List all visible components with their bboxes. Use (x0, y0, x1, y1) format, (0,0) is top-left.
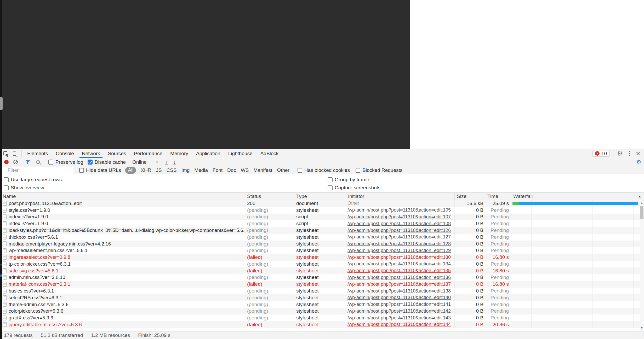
tab-network[interactable]: Network (78, 149, 104, 158)
table-row[interactable]: admin.min.css?ver=3.0.10(pending)stylesh… (0, 274, 644, 281)
disable-cache-checkbox[interactable] (88, 160, 93, 165)
sort-ascending-icon[interactable]: ▲ (638, 194, 641, 198)
column-header-time[interactable]: Time (485, 193, 511, 200)
filter-type-xhr[interactable]: XHR (141, 167, 151, 173)
file-icon (3, 302, 7, 307)
request-initiator[interactable]: /wp-admin/post.php?post=11310&action=edi… (347, 288, 451, 294)
request-name: basics.css?ver=6.3.1 (9, 288, 54, 294)
search-icon[interactable] (36, 160, 40, 164)
filter-funnel-icon[interactable] (25, 160, 30, 164)
close-devtools-icon[interactable]: × (636, 150, 640, 157)
scrollbar-thumb[interactable] (640, 206, 643, 219)
filter-type-css[interactable]: CSS (167, 167, 177, 173)
table-row[interactable]: index.js?ver=1.9.0(pending)script/wp-adm… (0, 214, 644, 220)
table-scrollbar[interactable]: ▲ ▼ (640, 200, 644, 331)
filter-type-media[interactable]: Media (194, 167, 208, 173)
table-row[interactable]: jquery.edittable.min.css?ver=5.3.6(faile… (0, 321, 644, 328)
filter-type-other[interactable]: Other (277, 167, 289, 173)
column-header-waterfall[interactable]: Waterfall ▲ (511, 193, 644, 200)
export-har-icon[interactable]: ↓ (173, 159, 176, 165)
table-row[interactable]: mediaelementplayer-legacy.min.css?ver=4.… (0, 241, 644, 247)
has-blocked-cookies-checkbox[interactable] (298, 168, 302, 173)
network-settings-gear-icon[interactable]: ⚙ (636, 159, 641, 165)
request-initiator[interactable]: /wp-admin/post.php?post=11310&action=edi… (347, 315, 451, 321)
request-initiator[interactable]: /wp-admin/post.php?post=11310&action=edi… (347, 207, 451, 213)
table-row[interactable]: tp-color-picker.css?ver=6.3.1(pending)st… (0, 261, 644, 267)
table-row[interactable]: colorpicker.css?ver=5.3.6(pending)styles… (0, 308, 644, 315)
tab-console[interactable]: Console (52, 149, 78, 158)
request-status: (pending) (247, 227, 268, 233)
tab-lighthouse[interactable]: Lighthouse (224, 149, 257, 158)
tab-application[interactable]: Application (192, 149, 224, 158)
filter-type-ws[interactable]: WS (241, 167, 249, 173)
table-row[interactable]: basics.css?ver=6.3.1(pending)stylesheet/… (0, 288, 644, 294)
request-initiator[interactable]: /wp-admin/post.php?post=11310&action=edi… (347, 241, 451, 247)
filter-type-all[interactable]: All (125, 167, 136, 174)
table-row[interactable]: index.js?ver=1.9.0(pending)script/wp-adm… (0, 220, 644, 227)
tab-adblock[interactable]: AdBlock (257, 149, 283, 158)
request-initiator[interactable]: /wp-admin/post.php?post=11310&action=edi… (347, 295, 451, 300)
table-row[interactable]: post.php?post=11310&action=edit200docume… (0, 200, 644, 207)
request-initiator[interactable]: /wp-admin/post.php?post=11310&action=edi… (347, 234, 451, 240)
filter-type-img[interactable]: Img (181, 167, 190, 173)
table-row[interactable]: wp-mediaelement.min.css?ver=5.6.1(pendin… (0, 247, 644, 254)
request-initiator[interactable]: /wp-admin/post.php?post=11310&action=edi… (347, 322, 451, 327)
use-large-request-rows-checkbox[interactable] (4, 177, 9, 182)
table-row[interactable]: style.css?ver=1.9.0(pending)stylesheet/w… (0, 207, 644, 214)
filter-type-js[interactable]: JS (156, 167, 162, 173)
device-toolbar-icon[interactable] (13, 151, 18, 156)
scroll-down-icon[interactable]: ▼ (640, 326, 644, 330)
preserve-log-checkbox[interactable] (48, 160, 53, 165)
throttling-dropdown[interactable]: Online ▼ (132, 159, 158, 165)
request-initiator[interactable]: /wp-admin/post.php?post=11310&action=edi… (347, 282, 451, 287)
request-initiator[interactable]: /wp-admin/post.php?post=11310&action=edi… (347, 308, 451, 314)
import-har-icon[interactable]: ↑ (165, 159, 168, 165)
table-row[interactable]: gradX.css?ver=5.3.6(pending)stylesheet/w… (0, 314, 644, 321)
request-initiator[interactable]: /wp-admin/post.php?post=11310&action=edi… (347, 268, 451, 273)
settings-gear-icon[interactable]: ⚙ (617, 150, 623, 157)
table-row[interactable]: load-styles.php?c=1&dir=ltr&load%5Bchunk… (0, 227, 644, 234)
scroll-up-icon[interactable]: ▲ (640, 201, 644, 205)
group-by-frame-checkbox[interactable] (328, 177, 333, 182)
filter-type-doc[interactable]: Doc (227, 167, 236, 173)
clear-icon[interactable] (13, 160, 18, 164)
column-header-type[interactable]: Type (294, 193, 346, 200)
request-initiator[interactable]: /wp-admin/post.php?post=11310&action=edi… (347, 275, 451, 280)
capture-screenshots-checkbox[interactable] (328, 185, 333, 190)
table-row[interactable]: thickbox.css?ver=5.6.1(pending)styleshee… (0, 234, 644, 241)
tab-performance[interactable]: Performance (130, 149, 166, 158)
request-initiator[interactable]: /wp-admin/post.php?post=11310&action=edi… (347, 302, 451, 307)
column-header-size[interactable]: Size (455, 193, 485, 200)
more-options-icon[interactable] (629, 153, 630, 154)
table-row[interactable]: safe-svg.css?ver=5.6.1(failed)stylesheet… (0, 267, 644, 274)
record-button[interactable] (4, 160, 9, 164)
filter-type-font[interactable]: Font (213, 167, 223, 173)
request-initiator[interactable]: /wp-admin/post.php?post=11310&action=edi… (347, 261, 451, 267)
blocked-requests-checkbox[interactable] (356, 168, 360, 173)
tab-memory[interactable]: Memory (166, 149, 192, 158)
hide-data-urls-checkbox[interactable] (79, 168, 84, 173)
column-header-status[interactable]: Status (245, 193, 294, 200)
table-row[interactable]: select2RS.css?ver=6.3.1(pending)styleshe… (0, 294, 644, 301)
show-overview-label: Show overview (11, 185, 44, 191)
request-initiator[interactable]: /wp-admin/post.php?post=11310&action=edi… (347, 248, 451, 253)
filter-type-manifest[interactable]: Manifest (254, 167, 272, 173)
request-name: post.php?post=11310&action=edit (9, 201, 82, 206)
request-initiator[interactable]: /wp-admin/post.php?post=11310&action=edi… (347, 255, 451, 260)
request-time: Pending (491, 207, 509, 213)
tab-elements[interactable]: Elements (23, 149, 52, 158)
request-initiator[interactable]: /wp-admin/post.php?post=11310&action=edi… (347, 214, 451, 220)
filter-input[interactable] (2, 167, 73, 174)
table-row[interactable]: material-icons.css?ver=6.3.1(failed)styl… (0, 281, 644, 288)
tab-sources[interactable]: Sources (104, 149, 130, 158)
error-count-badge[interactable]: × 10 (592, 150, 609, 157)
table-row[interactable]: imgareaselect.css?ver=0.9.8(failed)style… (0, 254, 644, 261)
inspect-element-icon[interactable] (3, 151, 9, 156)
table-row[interactable]: theme-admin.css?ver=5.3.6(pending)styles… (0, 301, 644, 308)
column-header-name[interactable]: Name (0, 193, 245, 200)
show-overview-checkbox[interactable] (4, 185, 9, 190)
column-header-initiator[interactable]: Initiator (346, 193, 455, 200)
request-initiator[interactable]: /wp-admin/post.php?post=11310&action=edi… (347, 228, 451, 233)
left-scrollbar-nub[interactable] (0, 97, 3, 110)
request-initiator[interactable]: /wp-admin/post.php?post=11310&action=edi… (347, 221, 451, 226)
